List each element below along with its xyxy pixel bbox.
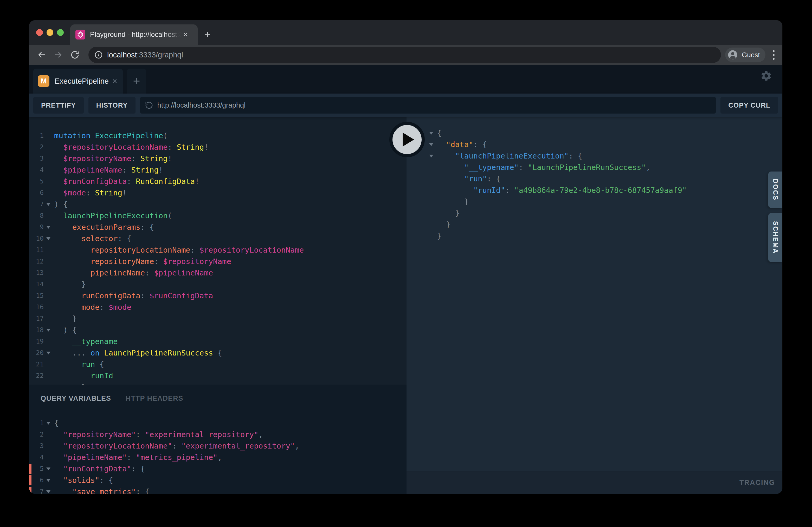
- fold-column: [429, 173, 437, 184]
- settings-gear-icon[interactable]: [760, 70, 772, 81]
- back-icon[interactable]: [36, 49, 47, 61]
- code-line: "data": {: [429, 139, 782, 150]
- playground-tab-close-icon[interactable]: [111, 78, 118, 85]
- line-number: 4: [29, 452, 44, 463]
- fold-toggle-icon[interactable]: [44, 347, 54, 359]
- code-line: 23 }: [29, 381, 407, 385]
- code-line: 18 ) {: [29, 324, 407, 336]
- fold-toggle-icon[interactable]: [44, 198, 54, 210]
- fold-toggle-icon[interactable]: [429, 127, 437, 139]
- code-line: }: [429, 219, 782, 230]
- code-line: 1{: [29, 417, 407, 429]
- browser-tab[interactable]: Playground - http://localhost:3: [70, 25, 198, 45]
- code-line: 13 pipelineName: $pipelineName: [29, 267, 407, 278]
- code-text: "runId": "a49b864a-79e2-4be8-b78c-687457…: [437, 184, 782, 196]
- fold-column: [44, 187, 54, 198]
- endpoint-history-icon: [145, 101, 153, 109]
- code-line: 2 $repositoryLocationName: String!: [29, 141, 407, 153]
- line-number: 11: [29, 244, 44, 256]
- code-line: }: [429, 207, 782, 219]
- response-pane: { "data": { "launchPipelineExecution": {…: [407, 117, 782, 494]
- query-variables-tab[interactable]: QUERY VARIABLES: [41, 394, 111, 403]
- site-info-icon[interactable]: [94, 50, 103, 59]
- window-zoom-button[interactable]: [57, 29, 64, 36]
- playground-new-tab-button[interactable]: [127, 69, 146, 93]
- endpoint-url: http://localhost:3333/graphql: [157, 101, 246, 109]
- line-number: 9: [29, 222, 44, 233]
- fold-column: [44, 440, 54, 452]
- fold-toggle-icon[interactable]: [44, 222, 54, 233]
- code-line: 9 executionParams: {: [29, 222, 407, 233]
- code-text: }: [54, 381, 407, 385]
- fold-column: [44, 278, 54, 290]
- url-domain: localhost: [107, 51, 137, 59]
- schema-side-tab[interactable]: SCHEMA: [768, 213, 782, 262]
- fold-toggle-icon[interactable]: [44, 486, 54, 494]
- code-line: 12 repositoryName: $repositoryName: [29, 256, 407, 267]
- fold-column: [429, 207, 437, 219]
- fold-toggle-icon[interactable]: [429, 150, 437, 162]
- endpoint-input[interactable]: http://localhost:3333/graphql: [140, 97, 716, 114]
- line-number: 1: [29, 417, 44, 429]
- query-variables-pane[interactable]: QUERY VARIABLES HTTP HEADERS 1{2 "reposi…: [29, 385, 407, 494]
- code-text: }: [437, 230, 782, 242]
- code-line: 20 ... on LaunchPipelineRunSuccess {: [29, 347, 407, 359]
- fold-toggle-icon[interactable]: [44, 417, 54, 429]
- code-line: 1mutation ExecutePipeline(: [29, 130, 407, 141]
- browser-menu-icon[interactable]: [768, 49, 779, 61]
- code-text: ... on LaunchPipelineRunSuccess {: [54, 347, 407, 359]
- prettify-button[interactable]: PRETTIFY: [33, 97, 84, 114]
- fold-column: [44, 256, 54, 267]
- fold-toggle-icon[interactable]: [429, 139, 437, 150]
- code-text: __typename: [54, 336, 407, 347]
- execute-play-button[interactable]: [389, 122, 425, 157]
- window-minimize-button[interactable]: [46, 29, 53, 36]
- line-number: 7: [29, 198, 44, 210]
- reload-icon[interactable]: [69, 49, 81, 61]
- copy-curl-button[interactable]: COPY CURL: [721, 97, 778, 114]
- fold-toggle-icon[interactable]: [44, 233, 54, 244]
- code-line: 3 "repositoryLocationName": "experimenta…: [29, 440, 407, 452]
- forward-icon[interactable]: [53, 49, 64, 61]
- code-line: 8 launchPipelineExecution(: [29, 210, 407, 222]
- playground-tabbar: M ExecutePipeline: [29, 65, 782, 93]
- fold-column: [429, 184, 437, 196]
- tracing-label: TRACING: [739, 479, 775, 487]
- fold-toggle-icon[interactable]: [44, 475, 54, 486]
- history-button[interactable]: HISTORY: [88, 97, 135, 114]
- query-editor[interactable]: 1mutation ExecutePipeline(2 $repositoryL…: [29, 117, 407, 385]
- http-headers-tab[interactable]: HTTP HEADERS: [126, 394, 183, 403]
- address-bar[interactable]: localhost:3333/graphql: [88, 47, 721, 63]
- new-tab-button[interactable]: [201, 28, 214, 41]
- fold-column: [44, 153, 54, 164]
- playground-tab-executepipeline[interactable]: M ExecutePipeline: [33, 69, 123, 93]
- graphql-playground: M ExecutePipeline PRETTIFY: [29, 65, 782, 494]
- code-text: selector: {: [54, 233, 407, 244]
- code-line: {: [429, 127, 782, 139]
- fold-column: [44, 313, 54, 324]
- fold-column: [44, 452, 54, 463]
- tab-close-icon[interactable]: [182, 31, 189, 38]
- fold-toggle-icon[interactable]: [44, 324, 54, 336]
- code-text: repositoryLocationName: $repositoryLocat…: [54, 244, 407, 256]
- code-text: runId: [54, 370, 407, 381]
- code-text: $runConfigData: RunConfigData!: [54, 176, 407, 187]
- line-number: 6: [29, 187, 44, 198]
- fold-column: [44, 267, 54, 278]
- profile-button[interactable]: Guest: [725, 48, 766, 62]
- code-line: "launchPipelineExecution": {: [429, 150, 782, 162]
- code-line: 10 selector: {: [29, 233, 407, 244]
- line-number: 18: [29, 324, 44, 336]
- code-text: $mode: String!: [54, 187, 407, 198]
- fold-column: [429, 196, 437, 207]
- fold-toggle-icon[interactable]: [44, 463, 54, 475]
- tracing-bar[interactable]: TRACING: [407, 471, 782, 494]
- code-text: }: [437, 196, 782, 207]
- window-close-button[interactable]: [36, 29, 43, 36]
- code-line: 7) {: [29, 198, 407, 210]
- code-text: "run": {: [437, 173, 782, 184]
- fold-column: [44, 301, 54, 313]
- docs-side-tab[interactable]: DOCS: [768, 171, 782, 208]
- code-text: "launchPipelineExecution": {: [437, 150, 782, 162]
- code-text: runConfigData: $runConfigData: [54, 290, 407, 301]
